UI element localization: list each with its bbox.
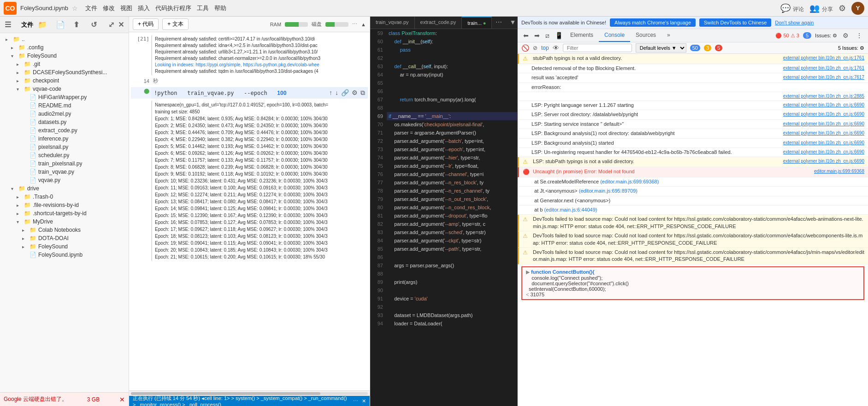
console-source[interactable]: external polymer bin.l10n zh_cn.js:6690: [783, 158, 864, 166]
tree-item[interactable]: ▸ 📁 DCASEFoleySoundSynthesi...: [0, 68, 129, 76]
add-text-button[interactable]: + 文本: [162, 18, 188, 30]
new-file-icon[interactable]: 📄: [55, 19, 71, 30]
status-close[interactable]: ✕: [362, 398, 366, 404]
toggle-icon[interactable]: ▸: [17, 70, 22, 75]
tab-more[interactable]: »: [661, 29, 676, 42]
menu-edit[interactable]: 修改: [103, 4, 115, 12]
toggle-icon[interactable]: ▸: [22, 228, 28, 233]
devtools-menu-icon[interactable]: ⋮: [854, 30, 864, 41]
console-source[interactable]: external polymer bin.l10n zh_cn.js:1761: [783, 65, 864, 72]
tree-item[interactable]: ▾ 📁 vqvae-code: [0, 85, 129, 93]
toggle-icon[interactable]: ▸: [17, 211, 22, 216]
devtools-settings-icon[interactable]: ⚙: [841, 30, 850, 41]
tree-item[interactable]: ▾ 📁 MyDrive: [0, 218, 129, 226]
cell-link-icon[interactable]: 🔗: [341, 88, 349, 98]
add-code-button[interactable]: + 代码: [133, 18, 159, 30]
menu-file[interactable]: 文件: [85, 4, 97, 12]
more-options-icon[interactable]: ⋯: [352, 21, 357, 27]
tab-train-vqvae[interactable]: train_vqvae.py: [370, 17, 415, 29]
toggle-icon[interactable]: ▸: [17, 194, 22, 200]
top-context-selector[interactable]: top: [541, 45, 549, 51]
console-source[interactable]: editor.main.js:699:69368: [814, 168, 864, 176]
tree-item[interactable]: ▸ 📁 FoleySound: [0, 242, 129, 251]
sidebar-close-icon[interactable]: ✕: [117, 19, 125, 30]
toggle-icon[interactable]: ▸: [6, 37, 11, 42]
sidebar-expand2-icon[interactable]: ⤢: [107, 19, 115, 30]
toggle-icon[interactable]: ▾: [11, 186, 17, 191]
tree-item[interactable]: 📄 train_vqvae.py: [0, 168, 129, 176]
tree-item[interactable]: ▸ 📁 .file-revisions-by-id: [0, 201, 129, 209]
toggle-icon[interactable]: ▾: [11, 53, 17, 59]
toggle-icon[interactable]: ▾: [17, 87, 22, 92]
tree-item[interactable]: ▸ 📁 .git: [0, 60, 129, 68]
devtools-back-icon[interactable]: ⬅: [521, 30, 531, 41]
refresh-icon[interactable]: ↺: [90, 19, 106, 30]
tree-item[interactable]: 📄 train_pixelsnail.py: [0, 159, 129, 168]
code-tabs-chevron[interactable]: ▼: [506, 17, 517, 29]
tree-item[interactable]: ▸ 📁 Colab Notebooks: [0, 226, 129, 234]
console-source[interactable]: external polymer bin.l10n zh_cn.js:6690: [783, 149, 864, 156]
tree-item[interactable]: 📄 README.md: [0, 101, 129, 110]
menu-tools[interactable]: 工具: [197, 4, 209, 12]
devtools-inspect-icon[interactable]: ⧄: [543, 30, 551, 41]
console-source[interactable]: external polymer bin.l10n zh_cn.js:6690: [783, 130, 864, 137]
warning-close-button[interactable]: ✕: [119, 396, 125, 403]
collapse-icon[interactable]: ▲: [361, 22, 366, 27]
console-source[interactable]: external polymer bin.l10n zh_cn.js:6690: [783, 140, 864, 147]
tab-console[interactable]: Console: [599, 29, 630, 42]
tab-sources[interactable]: Sources: [630, 29, 661, 42]
tree-item[interactable]: 📄 extract_code.py: [0, 126, 129, 135]
avatar[interactable]: Y: [851, 2, 864, 15]
tab-train-active[interactable]: train... ●: [462, 17, 492, 29]
new-folder-icon[interactable]: 📁: [37, 19, 53, 30]
console-source[interactable]: external polymer bin.l10n zh_cn.js:2885: [783, 93, 864, 100]
tab-extract-code[interactable]: extract_code.py: [415, 17, 462, 29]
devtools-device-icon[interactable]: 📱: [553, 30, 565, 41]
cell-down-icon[interactable]: ↓: [335, 88, 338, 98]
tree-item[interactable]: 📄 vqvae.py: [0, 176, 129, 184]
console-source[interactable]: external polymer bin.l10n zh_cn.js:6690: [783, 102, 864, 109]
tree-item[interactable]: 📄 scheduler.py: [0, 151, 129, 159]
switch-devtools-button[interactable]: Switch DevTools to Chinese: [699, 18, 771, 27]
star-icon[interactable]: ☆: [72, 5, 78, 12]
menu-insert[interactable]: 插入: [138, 4, 150, 12]
tree-item[interactable]: 📄 FoleySound.ipynb: [0, 251, 129, 259]
devtools-forward-icon[interactable]: ➡: [532, 30, 542, 41]
cell-up-icon[interactable]: ↑: [329, 88, 332, 98]
log-level-select[interactable]: Default levels ▼: [636, 43, 686, 53]
tree-item[interactable]: 📄 datasets.py: [0, 118, 129, 126]
tree-item[interactable]: 📄 inference.py: [0, 135, 129, 143]
tree-item[interactable]: 📄 audio2mel.py: [0, 110, 129, 118]
settings-icon[interactable]: ⚙: [838, 3, 846, 13]
filter-icon[interactable]: ⊘: [533, 45, 537, 51]
tree-item[interactable]: ▸ 📁 ..: [0, 35, 129, 43]
share-button[interactable]: 👥 分享: [809, 3, 833, 13]
tree-item[interactable]: ▸ 📁 .shortcut-targets-by-id: [0, 209, 129, 218]
status-more[interactable]: ⋯: [353, 398, 358, 404]
console-filter-input[interactable]: [563, 44, 632, 52]
tree-item[interactable]: ▸ 📁 checkpoint: [0, 76, 129, 85]
menu-view[interactable]: 视图: [120, 4, 132, 12]
code-tabs-more[interactable]: ⋯: [492, 17, 506, 29]
toggle-icon[interactable]: ▸: [22, 236, 28, 241]
clear-console-icon[interactable]: 🚫: [521, 44, 529, 52]
console-source[interactable]: external polymer bin.l10n zh_cn.js:7617: [783, 74, 864, 81]
tree-item[interactable]: ▾ 📁 FoleySound: [0, 52, 129, 60]
match-language-button[interactable]: Always match Chrome's language: [610, 18, 696, 27]
toggle-icon[interactable]: ▾: [17, 219, 22, 224]
eye-icon[interactable]: 👁: [553, 44, 559, 52]
toggle-icon[interactable]: ▸: [17, 203, 22, 208]
upload-icon[interactable]: ⬆: [72, 19, 88, 30]
console-source[interactable]: external polymer bin.l10n zh_cn.js:6690: [783, 111, 864, 118]
menu-runtime[interactable]: 代码执行程序: [155, 4, 191, 12]
toggle-icon[interactable]: ▸: [17, 78, 22, 83]
tree-item[interactable]: 📄 HiFiGanWrapper.py: [0, 93, 129, 101]
dismiss-button[interactable]: Don't show again: [775, 20, 814, 25]
tree-item[interactable]: ▸ 📁 .config: [0, 43, 129, 52]
tree-item[interactable]: 📄 pixelsnail.py: [0, 143, 129, 151]
comment-button[interactable]: 💬 评论: [780, 3, 804, 13]
tree-item[interactable]: ▾ 📁 drive: [0, 184, 129, 193]
tab-elements[interactable]: Elements: [565, 29, 599, 42]
menu-help[interactable]: 帮助: [214, 4, 226, 12]
tree-item[interactable]: ▸ 📁 .Trash-0: [0, 193, 129, 201]
